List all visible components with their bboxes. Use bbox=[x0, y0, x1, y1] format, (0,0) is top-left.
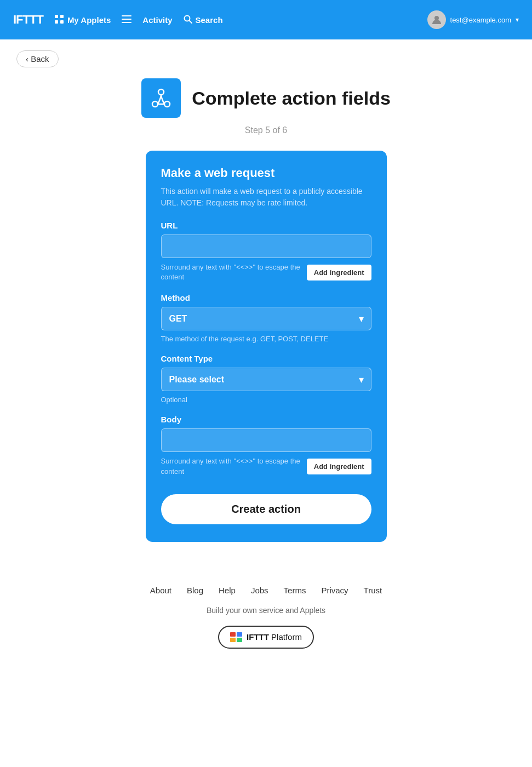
platform-logo-icon bbox=[230, 632, 242, 642]
method-field-section: Method GET POST PUT DELETE PATCH HEAD ▾ … bbox=[161, 293, 371, 343]
search-icon bbox=[184, 15, 192, 25]
svg-rect-4 bbox=[122, 15, 131, 16]
url-hint-row: Surround any text with "<<>>" to escape … bbox=[161, 262, 371, 282]
svg-rect-1 bbox=[60, 15, 64, 18]
body-field-section: Body Surround any text with "<<>>" to es… bbox=[161, 415, 371, 476]
card-description: This action will make a web request to a… bbox=[161, 186, 371, 209]
footer-link-jobs[interactable]: Jobs bbox=[251, 586, 268, 595]
method-label: Method bbox=[161, 293, 371, 302]
method-select[interactable]: GET POST PUT DELETE PATCH HEAD bbox=[161, 307, 371, 330]
activity-button[interactable]: Activity bbox=[142, 15, 172, 25]
footer-link-about[interactable]: About bbox=[150, 586, 171, 595]
page-header: Complete action fields Step 5 of 6 bbox=[141, 78, 391, 135]
svg-rect-15 bbox=[230, 638, 236, 642]
method-select-wrapper: GET POST PUT DELETE PATCH HEAD ▾ bbox=[161, 307, 371, 330]
svg-point-10 bbox=[152, 101, 158, 107]
hamburger-icon bbox=[122, 15, 131, 25]
user-menu-chevron-icon: ▾ bbox=[516, 16, 519, 24]
my-applets-label: My Applets bbox=[67, 15, 111, 25]
url-input[interactable] bbox=[161, 234, 371, 258]
body-input[interactable] bbox=[161, 428, 371, 452]
content-type-label: Content Type bbox=[161, 354, 371, 363]
svg-rect-2 bbox=[55, 20, 58, 24]
url-add-ingredient-button[interactable]: Add ingredient bbox=[307, 265, 371, 281]
svg-rect-0 bbox=[55, 15, 58, 18]
svg-point-12 bbox=[158, 89, 164, 95]
svg-rect-14 bbox=[237, 632, 242, 637]
search-label: Search bbox=[196, 15, 223, 25]
content-type-hint: Optional bbox=[161, 396, 371, 404]
footer-link-trust[interactable]: Trust bbox=[364, 586, 382, 595]
content-type-select[interactable]: Please select application/json applicati… bbox=[161, 368, 371, 391]
body-add-ingredient-button[interactable]: Add ingredient bbox=[307, 459, 371, 474]
step-label: Step 5 of 6 bbox=[245, 125, 287, 135]
method-hint: The method of the request e.g. GET, POST… bbox=[161, 335, 371, 343]
service-header-row: Complete action fields bbox=[141, 78, 391, 118]
url-label: URL bbox=[161, 221, 371, 230]
page-title: Complete action fields bbox=[192, 88, 391, 109]
svg-rect-5 bbox=[122, 19, 131, 20]
create-action-button[interactable]: Create action bbox=[161, 494, 371, 524]
svg-point-11 bbox=[164, 101, 170, 107]
my-applets-button[interactable]: My Applets bbox=[54, 14, 111, 26]
footer-link-blog[interactable]: Blog bbox=[187, 586, 203, 595]
url-hint: Surround any text with "<<>>" to escape … bbox=[161, 262, 301, 282]
footer-link-terms[interactable]: Terms bbox=[284, 586, 306, 595]
svg-line-8 bbox=[189, 20, 192, 23]
footer-links: About Blog Help Jobs Terms Privacy Trust bbox=[150, 586, 382, 595]
avatar bbox=[427, 10, 446, 29]
activity-label: Activity bbox=[142, 15, 172, 25]
url-field-section: URL Surround any text with "<<>>" to esc… bbox=[161, 221, 371, 282]
card-title: Make a web request bbox=[161, 166, 371, 180]
page-content: Complete action fields Step 5 of 6 Make … bbox=[0, 67, 532, 703]
svg-rect-16 bbox=[237, 638, 242, 642]
content-type-field-section: Content Type Please select application/j… bbox=[161, 354, 371, 404]
body-hint: Surround any text with "<<>>" to escape … bbox=[161, 456, 301, 476]
content-type-select-wrapper: Please select application/json applicati… bbox=[161, 368, 371, 391]
footer-tagline: Build your own service and Applets bbox=[207, 606, 325, 615]
user-email: test@example.com bbox=[450, 16, 511, 24]
svg-rect-6 bbox=[122, 22, 131, 23]
body-label: Body bbox=[161, 415, 371, 424]
hamburger-menu-button[interactable] bbox=[122, 15, 131, 25]
footer: About Blog Help Jobs Terms Privacy Trust… bbox=[150, 586, 382, 671]
platform-badge[interactable]: IFTTT Platform bbox=[218, 626, 314, 649]
platform-label: IFTTT Platform bbox=[247, 632, 302, 642]
applets-icon bbox=[54, 14, 64, 26]
svg-rect-13 bbox=[230, 632, 236, 637]
service-icon bbox=[141, 78, 181, 118]
footer-link-privacy[interactable]: Privacy bbox=[321, 586, 348, 595]
body-hint-row: Surround any text with "<<>>" to escape … bbox=[161, 456, 371, 476]
user-menu[interactable]: test@example.com ▾ bbox=[427, 10, 519, 29]
action-card: Make a web request This action will make… bbox=[146, 151, 387, 542]
svg-point-9 bbox=[434, 16, 439, 20]
footer-link-help[interactable]: Help bbox=[219, 586, 236, 595]
search-button[interactable]: Search bbox=[184, 15, 223, 25]
back-button[interactable]: ‹ Back bbox=[16, 50, 59, 67]
ifttt-logo[interactable]: IFTTT bbox=[13, 13, 43, 27]
svg-rect-3 bbox=[60, 20, 64, 24]
